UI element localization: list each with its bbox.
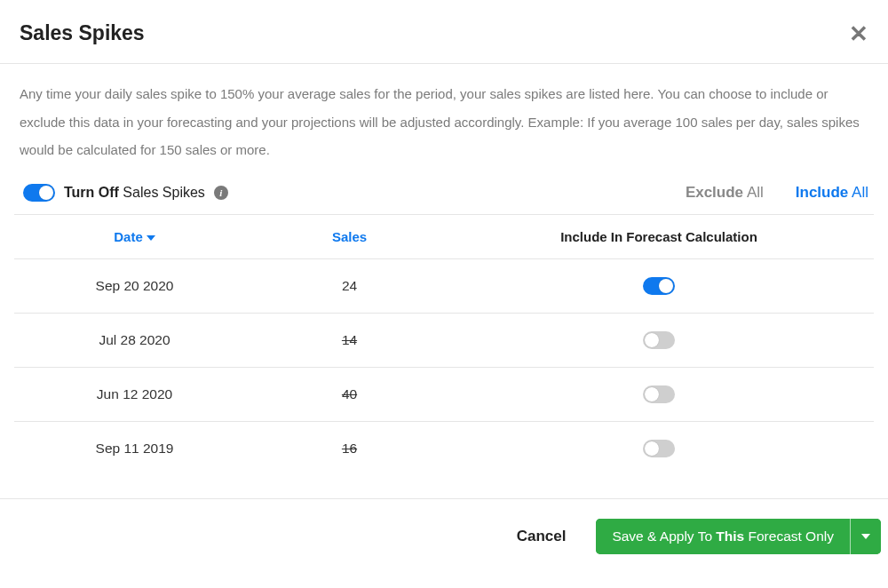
- save-dropdown-button[interactable]: [850, 519, 881, 554]
- exclude-all-button[interactable]: Exclude All: [686, 184, 764, 202]
- table-header-row: Date Sales Include In Forecast Calculati…: [14, 214, 874, 258]
- chevron-down-icon: [861, 534, 870, 539]
- close-icon[interactable]: ✕: [849, 22, 868, 45]
- cell-date: Jun 12 2020: [14, 367, 255, 421]
- cell-include: [444, 313, 874, 367]
- sort-caret-icon: [147, 235, 155, 241]
- controls-row: Turn Off Sales Spikes i Exclude All Incl…: [0, 184, 888, 214]
- cell-include: [444, 258, 874, 313]
- column-sales[interactable]: Sales: [255, 214, 444, 258]
- table-row: Jul 28 202014: [14, 313, 874, 367]
- modal-footer: Cancel Save & Apply To This Forecast Onl…: [0, 499, 888, 554]
- include-toggle[interactable]: [643, 277, 675, 295]
- turnoff-label: Turn Off Sales Spikes: [64, 185, 205, 201]
- include-toggle[interactable]: [643, 385, 675, 403]
- cell-sales: 40: [255, 367, 444, 421]
- cell-sales: 14: [255, 313, 444, 367]
- cell-date: Sep 20 2020: [14, 258, 255, 313]
- modal-title: Sales Spikes: [20, 21, 145, 45]
- cell-include: [444, 421, 874, 475]
- table-row: Jun 12 202040: [14, 367, 874, 421]
- save-apply-button[interactable]: Save & Apply To This Forecast Only: [596, 519, 850, 554]
- table-row: Sep 20 202024: [14, 258, 874, 313]
- cell-include: [444, 367, 874, 421]
- cell-sales: 24: [255, 258, 444, 313]
- cancel-button[interactable]: Cancel: [517, 528, 567, 545]
- description-text: Any time your daily sales spike to 150% …: [0, 64, 888, 184]
- table-row: Sep 11 201916: [14, 421, 874, 475]
- column-date[interactable]: Date: [14, 214, 255, 258]
- include-toggle[interactable]: [643, 440, 675, 457]
- cell-date: Jul 28 2020: [14, 313, 255, 367]
- include-all-button[interactable]: Include All: [796, 184, 868, 202]
- turnoff-toggle[interactable]: [23, 184, 55, 202]
- bulk-actions: Exclude All Include All: [686, 184, 868, 202]
- include-toggle[interactable]: [643, 331, 675, 349]
- info-icon[interactable]: i: [214, 186, 228, 200]
- turnoff-group: Turn Off Sales Spikes i: [23, 184, 228, 202]
- cell-date: Sep 11 2019: [14, 421, 255, 475]
- spikes-table: Date Sales Include In Forecast Calculati…: [14, 214, 874, 475]
- column-include: Include In Forecast Calculation: [444, 214, 874, 258]
- sales-spikes-modal: Sales Spikes ✕ Any time your daily sales…: [0, 0, 888, 554]
- cell-sales: 16: [255, 421, 444, 475]
- save-button-group: Save & Apply To This Forecast Only: [596, 519, 881, 554]
- modal-header: Sales Spikes ✕: [0, 0, 888, 64]
